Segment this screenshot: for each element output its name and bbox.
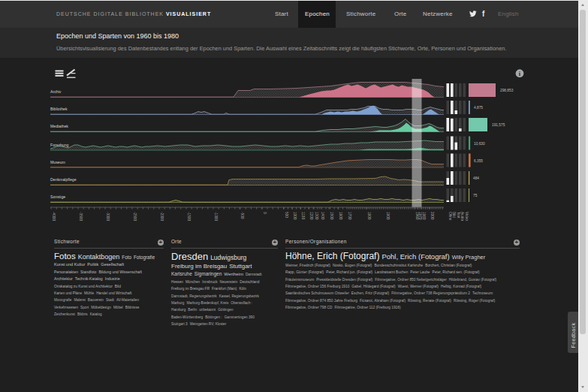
svg-text:-3500: -3500 [79,212,83,221]
svg-text:Video: Video [465,212,469,221]
svg-text:-1000: -1000 [214,212,218,221]
svg-text:Sonstige: Sonstige [50,194,65,199]
svg-text:10,630: 10,630 [474,142,485,146]
svg-text:Audio: Audio [460,212,464,221]
svg-text:484: 484 [473,176,479,180]
svg-text:500: 500 [285,212,288,218]
svg-text:-1500: -1500 [187,212,191,221]
svg-text:Text: Text [457,212,460,219]
svg-text:Forschung: Forschung [50,143,69,147]
svg-text:191,575: 191,575 [492,123,505,127]
svg-text:Bibliothek: Bibliothek [50,107,68,111]
svg-text:-4000: -4000 [52,212,56,221]
svg-text:1000: 1000 [293,212,297,220]
svg-text:2000: 2000 [430,212,434,220]
svg-text:Ohne: Ohne [448,212,452,221]
svg-text:1700: 1700 [348,212,351,220]
svg-text:75: 75 [473,194,478,198]
svg-text:1300: 1300 [315,212,318,220]
svg-text:-500: -500 [240,212,244,219]
svg-text:Archiv: Archiv [50,89,62,94]
svg-text:0: 0 [263,212,267,214]
svg-text:Bild: Bild [452,212,456,218]
svg-text:1800: 1800 [367,212,371,220]
svg-text:1100: 1100 [301,212,305,219]
svg-text:1960: 1960 [415,212,419,220]
svg-text:-2500: -2500 [133,212,137,221]
svg-text:Museum: Museum [50,160,65,164]
svg-text:1500: 1500 [330,212,333,220]
svg-text:-2000: -2000 [160,212,164,221]
svg-text:Denkmalpflege: Denkmalpflege [50,177,77,182]
svg-text:1200: 1200 [309,212,313,220]
svg-text:1980: 1980 [422,212,426,220]
svg-text:1400: 1400 [321,212,324,220]
svg-text:4,875: 4,875 [474,106,483,110]
svg-text:-3000: -3000 [106,212,110,221]
svg-text:Mediathek: Mediathek [50,124,68,128]
svg-text:1600: 1600 [339,212,342,220]
svg-text:6,355: 6,355 [474,159,483,163]
svg-text:1900: 1900 [386,212,390,220]
svg-text:1970: 1970 [418,212,422,220]
svg-text:298,853: 298,853 [500,89,514,92]
